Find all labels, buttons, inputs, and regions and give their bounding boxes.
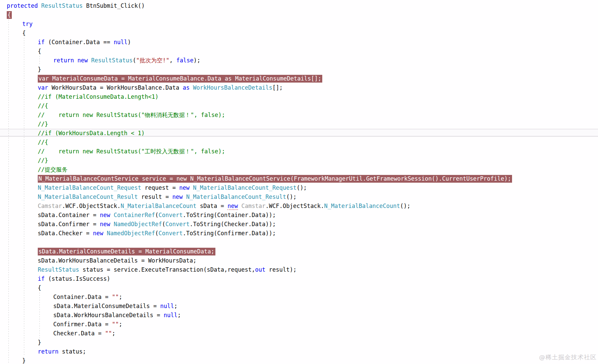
code-token: ResultStatus bbox=[38, 266, 83, 273]
code-token: } bbox=[38, 66, 41, 73]
code-line[interactable]: Confirmer.Data = ""; bbox=[0, 320, 598, 329]
code-token: sData = bbox=[200, 203, 228, 209]
code-token: var bbox=[38, 84, 52, 91]
code-line[interactable]: //{ bbox=[0, 138, 598, 147]
code-line[interactable]: //if (MaterialConsumeData.Length<1) bbox=[0, 92, 598, 101]
code-line[interactable]: } bbox=[0, 65, 598, 74]
code-line[interactable]: // return new ResultStatus("工时投入无数据！", f… bbox=[0, 147, 598, 156]
code-token: protected bbox=[7, 2, 41, 9]
code-token: new bbox=[172, 193, 186, 200]
code-line[interactable]: sData.Container = new ContainerRef(Conve… bbox=[0, 211, 598, 220]
code-token: ; bbox=[119, 294, 122, 300]
code-token: "批次为空!" bbox=[136, 57, 170, 64]
code-line[interactable]: { bbox=[0, 29, 598, 38]
code-line[interactable]: { bbox=[0, 10, 598, 20]
code-line[interactable]: N_MaterialBalanceCount_Request request =… bbox=[0, 183, 598, 192]
code-line[interactable]: if (Container.Data == null) bbox=[0, 38, 598, 47]
code-token: new bbox=[176, 175, 190, 182]
code-token: { bbox=[7, 11, 11, 18]
code-token: return bbox=[38, 348, 62, 355]
code-line[interactable]: if (status.IsSuccess) bbox=[0, 274, 598, 283]
code-line[interactable]: { bbox=[0, 47, 598, 56]
code-token: WorkHoursData = WorkHoursBalance.Data bbox=[52, 84, 183, 91]
code-token: MaterialConsumeDetails bbox=[235, 75, 311, 82]
code-token: sData.WorkHoursBalanceDetails = WorkHour… bbox=[38, 257, 197, 264]
code-token: "" bbox=[112, 321, 119, 328]
code-line[interactable] bbox=[0, 238, 598, 247]
highlighted-code[interactable]: sData.MaterialConsumeDetails = MaterialC… bbox=[38, 248, 215, 255]
code-line[interactable]: sData.MaterialConsumeDetails = MaterialC… bbox=[0, 247, 598, 256]
code-token: ResultStatus bbox=[91, 57, 133, 64]
code-token: new bbox=[100, 221, 114, 228]
code-token: //if (MaterialConsumeData.Length<1) bbox=[38, 93, 158, 100]
highlighted-code[interactable]: { bbox=[7, 11, 12, 19]
code-area[interactable]: protected ResultStatus BtnSubmit_Click()… bbox=[0, 0, 598, 364]
code-token: { bbox=[38, 284, 41, 291]
code-line[interactable]: //} bbox=[0, 120, 598, 129]
code-line[interactable]: try bbox=[0, 20, 598, 29]
code-token: Confirmer.Data = bbox=[53, 321, 112, 328]
code-token: false bbox=[176, 57, 193, 64]
code-token: MaterialConsumeData = MaterialConsumeBal… bbox=[52, 75, 225, 82]
code-editor[interactable]: protected ResultStatus BtnSubmit_Click()… bbox=[0, 0, 598, 364]
code-token: ( bbox=[155, 212, 158, 218]
code-line[interactable]: return status; bbox=[0, 347, 598, 356]
code-token: .ToString(Container.Data)); bbox=[183, 212, 276, 218]
code-token: "" bbox=[105, 330, 112, 337]
code-line[interactable]: ResultStatus status = service.ExecuteTra… bbox=[0, 265, 598, 274]
code-token: sData.WorkHoursBalanceDetails = bbox=[53, 312, 164, 318]
code-line[interactable]: var MaterialConsumeData = MaterialConsum… bbox=[0, 74, 598, 83]
code-line[interactable]: N_MaterialBalanceCountService service = … bbox=[0, 174, 598, 183]
code-line[interactable]: //提交服务 bbox=[0, 165, 598, 174]
code-line[interactable]: protected ResultStatus BtnSubmit_Click() bbox=[0, 1, 598, 10]
code-line[interactable]: sData.WorkHoursBalanceDetails = null; bbox=[0, 311, 598, 320]
highlighted-code[interactable]: var MaterialConsumeData = MaterialConsum… bbox=[38, 75, 322, 83]
code-line[interactable]: } bbox=[0, 338, 598, 347]
code-line[interactable]: Checker.Data = ""; bbox=[0, 329, 598, 338]
code-line[interactable]: { bbox=[0, 283, 598, 293]
code-line[interactable]: sData.WorkHoursBalanceDetails = WorkHour… bbox=[0, 256, 598, 265]
highlighted-code[interactable]: N_MaterialBalanceCountService service = … bbox=[38, 175, 512, 183]
code-token: } bbox=[22, 357, 26, 364]
code-line[interactable]: return new ResultStatus("批次为空!", false); bbox=[0, 56, 598, 65]
code-token: NamedObjectRef bbox=[107, 230, 155, 237]
code-token: ContainerRef bbox=[114, 212, 155, 218]
code-token: ) bbox=[127, 39, 131, 46]
code-token: null bbox=[160, 303, 174, 309]
code-line[interactable]: } bbox=[0, 356, 598, 364]
code-token: ; bbox=[174, 303, 177, 309]
code-line[interactable]: Camstar.WCF.ObjectStack.N_MaterialBalanc… bbox=[0, 202, 598, 211]
code-token: .ToString(Checker.Data)); bbox=[189, 221, 276, 228]
code-token: .WCF.ObjectStack. bbox=[62, 203, 121, 209]
code-token bbox=[238, 203, 241, 209]
code-token: []; bbox=[311, 75, 322, 82]
code-token: "" bbox=[112, 294, 119, 300]
code-token: Convert bbox=[166, 221, 190, 228]
code-token: //} bbox=[38, 157, 48, 164]
code-token: status = service.ExecuteTransaction(sDat… bbox=[83, 266, 255, 273]
code-line[interactable]: sData.MaterialConsumeDetails = null; bbox=[0, 302, 598, 311]
code-line[interactable]: N_MaterialBalanceCount_Result result = n… bbox=[0, 192, 598, 202]
code-token: sData.MaterialConsumeDetails = bbox=[53, 303, 160, 309]
code-token: []; bbox=[272, 84, 283, 91]
code-token: , bbox=[169, 57, 176, 64]
code-token: NamedObjectRef bbox=[114, 221, 162, 228]
watermark: @稀土掘金技术社区 bbox=[539, 353, 597, 361]
code-token: sData.Checker = bbox=[38, 230, 93, 237]
code-line[interactable]: Container.Data = ""; bbox=[0, 293, 598, 302]
code-line[interactable]: //{ bbox=[0, 101, 598, 111]
code-token: Camstar bbox=[38, 203, 62, 209]
code-token: Checker.Data = bbox=[53, 330, 105, 337]
code-line[interactable]: // return new ResultStatus("物料消耗无数据！", f… bbox=[0, 111, 598, 120]
code-token: N_MaterialBalanceCount bbox=[121, 203, 200, 209]
code-token: // return new ResultStatus("物料消耗无数据！", f… bbox=[38, 112, 225, 118]
code-token: // return new ResultStatus("工时投入无数据！", f… bbox=[38, 148, 225, 155]
code-line[interactable]: sData.Checker = new NamedObjectRef(Conve… bbox=[0, 229, 598, 238]
code-line[interactable]: //} bbox=[0, 156, 598, 165]
code-line[interactable]: var WorkHoursData = WorkHoursBalance.Dat… bbox=[0, 83, 598, 92]
code-line[interactable]: //if (WorkHoursData.Length < 1) bbox=[0, 129, 598, 138]
code-line[interactable]: sData.Confirmer = new NamedObjectRef(Con… bbox=[0, 220, 598, 229]
code-token: (); bbox=[286, 193, 297, 200]
code-token: try bbox=[22, 21, 33, 27]
code-token: } bbox=[38, 339, 41, 346]
